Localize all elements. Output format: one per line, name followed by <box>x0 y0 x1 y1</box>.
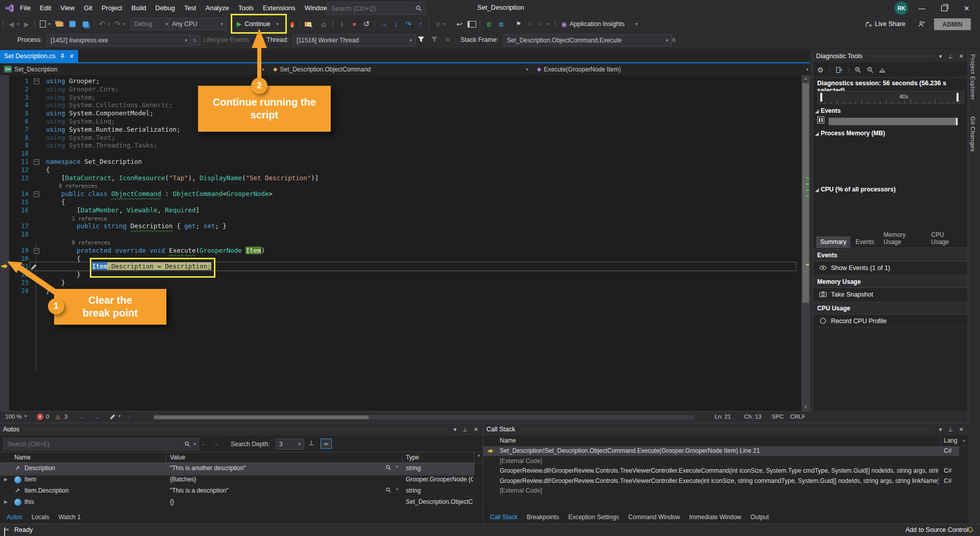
process-dropdown[interactable]: [1452] iisexpress.exe▾ <box>47 34 191 46</box>
live-share-label[interactable]: Live Share <box>875 18 905 30</box>
save-all-icon[interactable] <box>80 18 91 30</box>
stop-debugging-icon[interactable]: ■ <box>349 18 359 30</box>
code-editor[interactable]: 1–using Grooper;2using Grooper.Core;3usi… <box>0 75 801 411</box>
zoom-in-icon[interactable] <box>854 66 862 74</box>
window-dropdown-icon[interactable]: ▾ <box>938 53 944 60</box>
source-control-up-icon[interactable] <box>896 527 902 535</box>
current-statement-arrow[interactable] <box>1 262 9 270</box>
tab-call-stack[interactable]: Call Stack <box>486 512 521 522</box>
solution-platform-dropdown[interactable]: Any CPU▾ <box>168 18 227 30</box>
diagnostic-tools-header[interactable]: Diagnostic Tools ▾ ⊥ ✕ <box>813 50 968 62</box>
autos-header[interactable]: Autos ▾ ⊥ ✕ <box>0 423 483 435</box>
preview-toggle-icon[interactable]: ab <box>321 438 332 449</box>
search-icon[interactable] <box>415 5 422 12</box>
tab-project-explorer[interactable]: Project Explorer <box>970 54 976 100</box>
breadcrumb-method[interactable]: ◆ Execute(GrooperNode Item)▾ <box>533 63 813 75</box>
menu-build[interactable]: Build <box>127 0 151 15</box>
scroll-up-icon[interactable]: ▲ <box>801 75 810 82</box>
scrollbar-thumb[interactable] <box>802 83 809 303</box>
minimize-button[interactable]: — <box>911 0 933 16</box>
breadcrumb-project[interactable]: C# Set_Description▾ <box>0 63 269 75</box>
restart-icon[interactable]: ↺ <box>361 18 372 30</box>
filter-clear-icon[interactable] <box>431 36 438 43</box>
menu-file[interactable]: File <box>15 0 35 15</box>
diag-tab-events[interactable]: Events <box>851 236 878 248</box>
editor-horizontal-scrollbar[interactable] <box>153 415 694 420</box>
settings-gear-icon[interactable]: ⚙ <box>817 66 824 74</box>
open-file-icon[interactable] <box>54 18 65 30</box>
tab-close-icon[interactable]: ✕ <box>69 53 74 60</box>
warnings-icon[interactable]: ⚠ <box>55 413 60 421</box>
reset-view-icon[interactable] <box>879 66 886 74</box>
zoom-out-icon[interactable] <box>867 66 874 74</box>
autos-row[interactable]: ▶this{}Set_Description.ObjectCo... <box>0 497 474 508</box>
autos-row[interactable]: ▶Item{Batches}Grooper.GrooperNode {Gr... <box>0 474 474 486</box>
menu-view[interactable]: View <box>56 0 79 15</box>
autos-row[interactable]: Item.Description"This is a description"▾… <box>0 485 474 497</box>
code-cleanup-dropdown-icon[interactable]: ▾ <box>118 413 121 419</box>
editor-vertical-scrollbar[interactable]: ▲ ▼ <box>801 75 810 411</box>
show-threads-icon[interactable]: # <box>433 18 443 30</box>
show-next-statement-icon[interactable]: → <box>379 18 389 30</box>
autos-search-input[interactable] <box>6 440 184 448</box>
call-stack-frame[interactable]: Set_Description!Set_Description.ObjectCo… <box>483 446 959 456</box>
new-file-dropdown-icon[interactable]: ▾ <box>47 18 52 30</box>
avatar[interactable]: RK <box>895 2 908 15</box>
close-icon[interactable]: ✕ <box>958 426 965 433</box>
warning-count[interactable]: 3 <box>64 413 67 420</box>
summary-action[interactable]: Record CPU Profile <box>813 314 968 328</box>
window-dropdown-icon[interactable]: ▾ <box>452 426 458 433</box>
lifecycle-events-label[interactable]: Lifecycle Events <box>203 36 249 43</box>
tab-output[interactable]: Output <box>747 512 772 522</box>
tab-command-window[interactable]: Command Window <box>625 512 683 522</box>
scroll-down-icon[interactable]: ▼ <box>801 404 810 411</box>
scroll-up-icon[interactable]: ▲ <box>962 438 966 443</box>
menu-analyze[interactable]: Analyze <box>201 0 233 15</box>
events-section-header[interactable]: ◢Events <box>815 107 841 114</box>
thread-dropdown[interactable]: [11516] Worker Thread▾ <box>293 34 415 46</box>
quick-search-box[interactable] <box>327 2 426 15</box>
window-dropdown-icon[interactable]: ▾ <box>938 426 944 433</box>
diag-tab-memory-usage[interactable]: Memory Usage <box>879 229 926 248</box>
new-file-icon[interactable] <box>38 18 48 30</box>
search-input[interactable] <box>330 5 415 13</box>
autos-row[interactable]: Description"This is another description"… <box>0 463 474 475</box>
call-stack-frame[interactable]: [External Code] <box>483 456 959 467</box>
filter-icon[interactable] <box>418 36 425 43</box>
call-stack-frame[interactable]: [External Code] <box>483 486 959 496</box>
startup-home-icon[interactable]: ⌂ <box>318 18 329 30</box>
admin-button[interactable]: ADMIN <box>934 18 971 30</box>
prev-bookmark-icon[interactable]: ⚐ <box>525 18 535 30</box>
call-stack-frame[interactable]: GrooperReview.dll!GrooperReview.Controls… <box>483 476 959 486</box>
menu-tools[interactable]: Tools <box>234 0 258 15</box>
close-icon[interactable]: ✕ <box>472 426 480 433</box>
tab-watch-1[interactable]: Watch 1 <box>55 512 84 522</box>
expander-icon[interactable]: ▶ <box>4 499 8 504</box>
errors-icon[interactable]: ✕ <box>37 413 43 420</box>
tab-pin-icon[interactable] <box>60 54 65 59</box>
nav-forward-icon[interactable]: → <box>94 413 100 420</box>
pin-icon[interactable]: ⊥ <box>946 426 954 433</box>
close-icon[interactable]: ✕ <box>958 53 965 60</box>
notifications-bell-icon[interactable] <box>967 526 974 533</box>
tab-set-description-cs[interactable]: Set Description.cs ✕ <box>0 50 78 62</box>
menu-debug[interactable]: Debug <box>151 0 179 15</box>
menu-project[interactable]: Project <box>97 0 127 15</box>
close-button[interactable]: ✕ <box>955 0 978 16</box>
tree-view-icon[interactable] <box>467 18 477 30</box>
pin-values-icon[interactable]: ⊥ <box>308 439 314 447</box>
menu-git[interactable]: Git <box>79 0 97 15</box>
tab-exception-settings[interactable]: Exception Settings <box>565 512 622 522</box>
memory-section-header[interactable]: ◢Process Memory (MB) <box>815 130 885 137</box>
indent-decrease-icon[interactable]: ≣ <box>484 18 494 30</box>
bookmark-icon[interactable]: ⚑ <box>513 18 524 30</box>
fold-marker[interactable]: – <box>34 159 39 165</box>
step-over-icon[interactable]: ↷ <box>403 18 413 30</box>
autos-search-box[interactable]: ▾ <box>3 438 199 450</box>
add-to-source-control[interactable]: Add to Source Control <box>905 526 968 533</box>
fold-marker[interactable]: – <box>34 191 39 197</box>
value-magnifier-icon[interactable]: ▾ <box>385 487 398 493</box>
navigate-forward-icon[interactable]: ▶ <box>21 18 32 30</box>
tab-locals[interactable]: Locals <box>28 512 53 522</box>
undo-icon[interactable]: ↶ <box>97 18 107 30</box>
